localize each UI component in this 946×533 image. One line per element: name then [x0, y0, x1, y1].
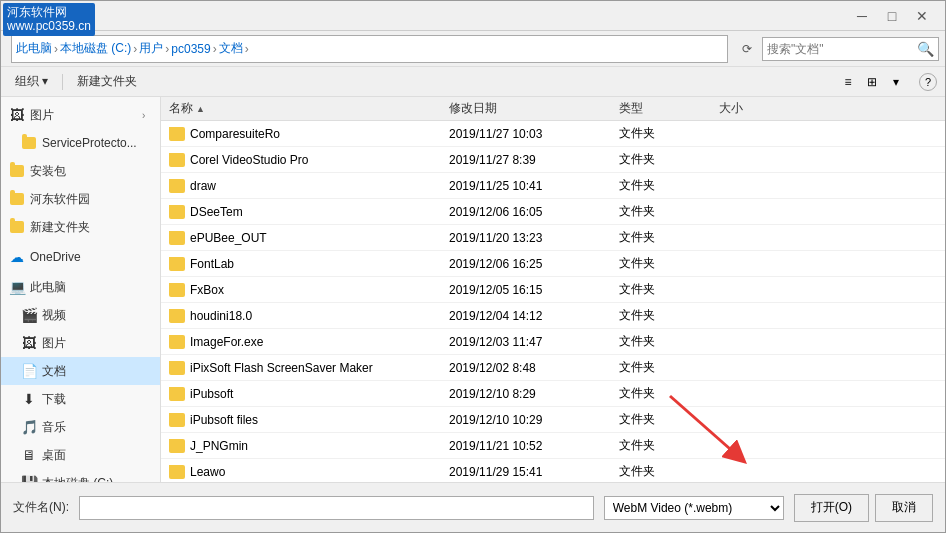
file-date-cell: 2019/11/29 15:41 — [441, 465, 611, 479]
sidebar-item-newfolder[interactable]: 新建文件夹 — [1, 213, 160, 241]
sidebar-item-pictures[interactable]: 🖼 图片 › — [1, 101, 160, 129]
help-button[interactable]: ? — [919, 73, 937, 91]
sidebar-item-install[interactable]: 安装包 — [1, 157, 160, 185]
sidebar-item-install-label: 安装包 — [30, 163, 152, 180]
refresh-button[interactable]: ⟳ — [736, 38, 758, 60]
sidebar-item-pic[interactable]: 🖼 图片 — [1, 329, 160, 357]
folder-icon — [169, 283, 185, 297]
sidebar-item-pic-label: 图片 — [42, 335, 152, 352]
sidebar-item-localdisk[interactable]: 💾 本地磁盘 (C:) — [1, 469, 160, 482]
sidebar: 🖼 图片 › ServiceProtecto... 安装包 河东软件园 — [1, 97, 161, 482]
file-date-cell: 2019/12/03 11:47 — [441, 335, 611, 349]
col-size-header[interactable]: 大小 — [711, 100, 945, 117]
hedong-icon — [9, 191, 25, 207]
new-folder-button[interactable]: 新建文件夹 — [71, 71, 143, 92]
view-options-button[interactable]: ▾ — [885, 71, 907, 93]
table-row[interactable]: ePUBee_OUT 2019/11/20 13:23 文件夹 — [161, 225, 945, 251]
folder-icon — [169, 465, 185, 479]
sidebar-item-video[interactable]: 🎬 视频 — [1, 301, 160, 329]
file-type-cell: 文件夹 — [611, 151, 711, 168]
table-row[interactable]: Leawo 2019/11/29 15:41 文件夹 — [161, 459, 945, 482]
breadcrumb[interactable]: 此电脑 › 本地磁盘 (C:) › 用户 › pc0359 › 文档 › — [11, 35, 728, 63]
close-button[interactable]: ✕ — [907, 1, 937, 31]
breadcrumb-item-docs[interactable]: 文档 — [219, 40, 243, 57]
view-icons-button[interactable]: ⊞ — [861, 71, 883, 93]
maximize-button[interactable]: □ — [877, 1, 907, 31]
file-name-text: iPubsoft files — [190, 413, 258, 427]
organize-button[interactable]: 组织 ▾ — [9, 71, 54, 92]
table-row[interactable]: iPubsoft files 2019/12/10 10:29 文件夹 — [161, 407, 945, 433]
file-name-text: J_PNGmin — [190, 439, 248, 453]
table-row[interactable]: FxBox 2019/12/05 16:15 文件夹 — [161, 277, 945, 303]
file-type-cell: 文件夹 — [611, 229, 711, 246]
sidebar-item-doc[interactable]: 📄 文档 — [1, 357, 160, 385]
sidebar-item-desktop[interactable]: 🖥 桌面 — [1, 441, 160, 469]
file-name-text: Corel VideoStudio Pro — [190, 153, 309, 167]
sidebar-item-onedrive[interactable]: ☁ OneDrive — [1, 243, 160, 271]
table-row[interactable]: iPixSoft Flash ScreenSaver Maker 2019/12… — [161, 355, 945, 381]
sidebar-item-music[interactable]: 🎵 音乐 — [1, 413, 160, 441]
breadcrumb-item-users[interactable]: 用户 — [139, 40, 163, 57]
folder-icon — [169, 231, 185, 245]
sidebar-item-serviceprotector[interactable]: ServiceProtecto... — [1, 129, 160, 157]
sidebar-item-pictures-label: 图片 — [30, 107, 137, 124]
file-name-cell: iPubsoft files — [161, 413, 441, 427]
view-details-button[interactable]: ≡ — [837, 71, 859, 93]
table-row[interactable]: houdini18.0 2019/12/04 14:12 文件夹 — [161, 303, 945, 329]
sidebar-section-thispc: 💻 此电脑 🎬 视频 🖼 图片 📄 文档 ⬇ 下载 — [1, 273, 160, 482]
cancel-button[interactable]: 取消 — [875, 494, 933, 522]
file-name-text: draw — [190, 179, 216, 193]
serviceprotector-icon — [21, 135, 37, 151]
file-name-cell: iPubsoft — [161, 387, 441, 401]
search-box[interactable]: 🔍 — [762, 37, 939, 61]
filename-label: 文件名(N): — [13, 499, 69, 516]
breadcrumb-item-c[interactable]: 本地磁盘 (C:) — [60, 40, 131, 57]
col-name-header[interactable]: 名称 ▲ — [161, 100, 441, 117]
sort-arrow: ▲ — [196, 104, 205, 114]
sidebar-item-desktop-label: 桌面 — [42, 447, 152, 464]
breadcrumb-item-user[interactable]: pc0359 — [171, 42, 210, 56]
dialog: 河东软件网 www.pc0359.cn + Add Files ─ □ ✕ 此电… — [0, 0, 946, 533]
open-button[interactable]: 打开(O) — [794, 494, 869, 522]
sidebar-item-music-label: 音乐 — [42, 419, 152, 436]
col-type-header[interactable]: 类型 — [611, 100, 711, 117]
thispc-icon: 💻 — [9, 279, 25, 295]
sidebar-item-thispc[interactable]: 💻 此电脑 — [1, 273, 160, 301]
organize-label: 组织 ▾ — [15, 73, 48, 90]
minimize-button[interactable]: ─ — [847, 1, 877, 31]
col-date-header[interactable]: 修改日期 — [441, 100, 611, 117]
desktop-icon: 🖥 — [21, 447, 37, 463]
filename-input[interactable] — [79, 496, 594, 520]
file-rows-container: ComparesuiteRo 2019/11/27 10:03 文件夹 Core… — [161, 121, 945, 482]
sidebar-item-download[interactable]: ⬇ 下载 — [1, 385, 160, 413]
footer-buttons: 打开(O) 取消 — [794, 494, 933, 522]
file-name-cell: Corel VideoStudio Pro — [161, 153, 441, 167]
music-icon: 🎵 — [21, 419, 37, 435]
download-icon: ⬇ — [21, 391, 37, 407]
file-type-cell: 文件夹 — [611, 281, 711, 298]
search-input[interactable] — [767, 42, 917, 56]
breadcrumb-item-pc[interactable]: 此电脑 — [16, 40, 52, 57]
table-row[interactable]: Corel VideoStudio Pro 2019/11/27 8:39 文件… — [161, 147, 945, 173]
file-name-cell: FontLab — [161, 257, 441, 271]
table-row[interactable]: FontLab 2019/12/06 16:25 文件夹 — [161, 251, 945, 277]
table-row[interactable]: DSeeTem 2019/12/06 16:05 文件夹 — [161, 199, 945, 225]
folder-icon — [169, 413, 185, 427]
expand-icon: › — [142, 110, 152, 121]
folder-icon — [169, 361, 185, 375]
table-row[interactable]: ImageFor.exe 2019/12/03 11:47 文件夹 — [161, 329, 945, 355]
filetype-select[interactable]: WebM Video (*.webm) — [604, 496, 784, 520]
table-row[interactable]: draw 2019/11/25 10:41 文件夹 — [161, 173, 945, 199]
file-date-cell: 2019/12/06 16:25 — [441, 257, 611, 271]
file-type-cell: 文件夹 — [611, 307, 711, 324]
table-row[interactable]: ComparesuiteRo 2019/11/27 10:03 文件夹 — [161, 121, 945, 147]
file-name-text: DSeeTem — [190, 205, 243, 219]
table-row[interactable]: J_PNGmin 2019/11/21 10:52 文件夹 — [161, 433, 945, 459]
table-row[interactable]: iPubsoft 2019/12/10 8:29 文件夹 — [161, 381, 945, 407]
file-date-cell: 2019/11/20 13:23 — [441, 231, 611, 245]
search-icon: 🔍 — [917, 41, 934, 57]
sidebar-item-hedong[interactable]: 河东软件园 — [1, 185, 160, 213]
svg-text:+: + — [12, 9, 19, 23]
sidebar-item-download-label: 下载 — [42, 391, 152, 408]
file-date-cell: 2019/12/04 14:12 — [441, 309, 611, 323]
